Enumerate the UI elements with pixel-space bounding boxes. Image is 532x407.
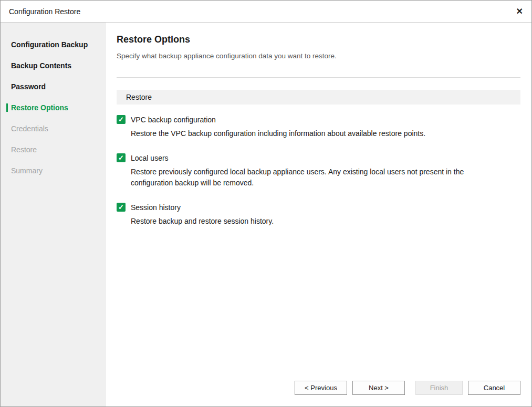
option-row-local-users: ✓ Local users Restore previously configu… — [117, 153, 520, 189]
option-label[interactable]: Session history — [131, 203, 181, 212]
configuration-restore-window: Configuration Restore ✕ Configuration Ba… — [0, 0, 532, 407]
vpc-backup-configuration-checkbox[interactable]: ✓ — [117, 115, 126, 124]
option-description: Restore backup and restore session histo… — [131, 216, 488, 227]
restore-section-header: Restore — [117, 90, 520, 105]
check-icon: ✓ — [118, 204, 124, 211]
sidebar-item-password[interactable]: Password — [1, 76, 106, 97]
wizard-footer: < Previous Next > Finish Cancel — [295, 381, 520, 395]
local-users-checkbox[interactable]: ✓ — [117, 153, 126, 162]
option-label[interactable]: Local users — [131, 154, 169, 162]
previous-button[interactable]: < Previous — [295, 381, 347, 395]
option-description: Restore previously configured local back… — [131, 166, 488, 189]
sidebar-item-restore: Restore — [1, 139, 106, 160]
check-icon: ✓ — [118, 116, 124, 123]
session-history-checkbox[interactable]: ✓ — [117, 203, 126, 212]
sidebar-item-credentials: Credentials — [1, 118, 106, 139]
option-checkbox-row: ✓ VPC backup configuration — [117, 115, 520, 124]
page-title: Restore Options — [117, 34, 520, 45]
option-description: Restore the VPC backup configuration inc… — [131, 128, 488, 139]
close-icon[interactable]: ✕ — [516, 7, 523, 16]
main-content: Restore Options Specify what backup appl… — [106, 23, 531, 406]
page-subtitle: Specify what backup appliance configurat… — [117, 52, 520, 60]
sidebar-item-restore-options[interactable]: Restore Options — [1, 97, 106, 118]
finish-button: Finish — [415, 381, 463, 395]
option-checkbox-row: ✓ Session history — [117, 203, 520, 212]
option-row-vpc-backup-configuration: ✓ VPC backup configuration Restore the V… — [117, 115, 520, 139]
check-icon: ✓ — [118, 154, 124, 161]
option-checkbox-row: ✓ Local users — [117, 153, 520, 162]
sidebar-item-backup-contents[interactable]: Backup Contents — [1, 55, 106, 76]
window-body: Configuration Backup Backup Contents Pas… — [1, 23, 531, 406]
wizard-steps-sidebar: Configuration Backup Backup Contents Pas… — [1, 23, 106, 406]
titlebar: Configuration Restore ✕ — [1, 1, 531, 23]
restore-options-list: ✓ VPC backup configuration Restore the V… — [117, 115, 520, 227]
option-row-session-history: ✓ Session history Restore backup and res… — [117, 203, 520, 227]
option-label[interactable]: VPC backup configuration — [131, 116, 216, 124]
sidebar-item-configuration-backup[interactable]: Configuration Backup — [1, 34, 106, 55]
sidebar-item-summary: Summary — [1, 160, 106, 181]
divider — [117, 77, 520, 78]
next-button[interactable]: Next > — [352, 381, 405, 395]
cancel-button[interactable]: Cancel — [468, 381, 520, 395]
window-title: Configuration Restore — [9, 7, 80, 16]
